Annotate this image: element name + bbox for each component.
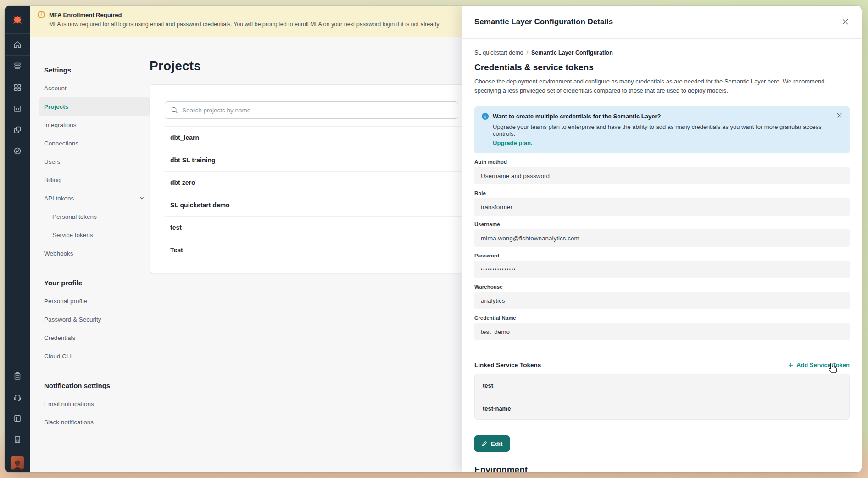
sidebar-item-account[interactable]: Account [39, 79, 150, 97]
sidebar-item-webhooks[interactable]: Webhooks [39, 244, 150, 262]
auth-method-input[interactable]: Username and password [474, 167, 850, 184]
field-role: Role transformer [474, 190, 850, 216]
role-input[interactable]: transformer [474, 198, 850, 216]
project-search[interactable] [165, 101, 458, 119]
linked-tokens-title: Linked Service Tokens [474, 361, 541, 368]
project-list: dbt_learn dbt SL training dbt zero SL qu… [165, 126, 490, 261]
environment-title: Environment [474, 465, 850, 472]
chevron-down-icon [139, 195, 145, 201]
field-credential-name: Credential Name test_demo [474, 315, 850, 340]
pencil-icon [481, 441, 487, 447]
app-window: ! MFA Enrollment Required MFA is now req… [5, 6, 862, 472]
field-password: Password ••••••••••••••• [474, 253, 850, 278]
info-banner-body: Upgrade your teams plan to enterprise an… [493, 123, 841, 137]
profile-nav-heading: Your profile [39, 273, 150, 292]
sidebar-item-integrations[interactable]: Integrations [39, 116, 150, 134]
support-headset-icon[interactable] [5, 387, 30, 408]
panel-header: Semantic Layer Configuration Details [462, 6, 862, 39]
panel-body: SL quickstart demo/Semantic Layer Config… [462, 39, 862, 472]
page-title: Projects [150, 59, 517, 73]
sidebar-item-service-tokens[interactable]: Service tokens [39, 226, 150, 244]
deploy-icon[interactable] [5, 56, 30, 77]
info-banner-title: Want to create multiple credentials for … [493, 113, 661, 120]
info-close-icon[interactable] [836, 112, 842, 118]
warning-icon: ! [38, 11, 45, 18]
project-row[interactable]: dbt_learn [165, 126, 490, 149]
semantic-layer-panel: Semantic Layer Configuration Details SL … [462, 6, 862, 472]
sidebar-item-projects[interactable]: Projects [39, 97, 150, 116]
breadcrumb: SL quickstart demo/Semantic Layer Config… [474, 50, 850, 56]
clipboard-icon[interactable] [5, 366, 30, 387]
panel-title: Semantic Layer Configuration Details [474, 17, 613, 27]
dashboard-icon[interactable] [5, 77, 30, 98]
sidebar-item-personal-tokens[interactable]: Personal tokens [39, 207, 150, 226]
notification-nav-heading: Notification settings [39, 376, 150, 395]
password-input[interactable]: ••••••••••••••• [474, 261, 850, 278]
sidebar-item-connections[interactable]: Connections [39, 134, 150, 152]
sidebar-item-api-tokens[interactable]: API tokens [39, 189, 150, 207]
linked-tokens-header: Linked Service Tokens Add Service Token [474, 361, 850, 368]
project-row[interactable]: SL quickstart demo [165, 194, 490, 216]
projects-card: dbt_learn dbt SL training dbt zero SL qu… [150, 84, 517, 273]
field-auth-method: Auth method Username and password [474, 159, 850, 184]
workspace-icon[interactable] [5, 429, 30, 450]
sidebar-item-billing[interactable]: Billing [39, 171, 150, 189]
breadcrumb-project[interactable]: SL quickstart demo [474, 50, 523, 56]
ide-code-icon[interactable] [5, 98, 30, 119]
settings-nav-heading: Settings [39, 61, 150, 79]
sidebar-item-credentials[interactable]: Credentials [39, 328, 150, 347]
sidebar-item-cloud-cli[interactable]: Cloud CLI [39, 347, 150, 365]
project-row[interactable]: test [165, 216, 490, 239]
service-token-row[interactable]: test-name [475, 397, 849, 419]
section-description: Choose the deployment environment and co… [474, 77, 845, 95]
main-content: ! MFA Enrollment Required MFA is now req… [30, 6, 862, 472]
search-input[interactable] [182, 107, 452, 114]
user-avatar[interactable] [11, 456, 24, 470]
mfa-banner-title: MFA Enrollment Required [49, 11, 122, 18]
left-rail [5, 6, 30, 472]
settings-nav: Settings Account Projects Integrations C… [39, 61, 150, 431]
info-icon: i [482, 113, 489, 120]
credential-name-input[interactable]: test_demo [474, 323, 850, 340]
branch-copies-icon[interactable] [5, 119, 30, 140]
service-token-row[interactable]: test [475, 374, 849, 397]
project-row[interactable]: dbt zero [165, 171, 490, 194]
add-service-token-button[interactable]: Add Service Token [788, 361, 850, 368]
project-row[interactable]: dbt SL training [165, 149, 490, 171]
home-icon[interactable] [5, 34, 30, 55]
upgrade-info-banner: i Want to create multiple credentials fo… [474, 106, 850, 153]
projects-section: Projects dbt_learn dbt SL training dbt z… [150, 59, 517, 273]
dbt-logo-icon [11, 14, 23, 26]
sidebar-item-users[interactable]: Users [39, 152, 150, 171]
username-input[interactable]: mirna.wong@fishtownanalytics.com [474, 229, 850, 247]
plus-icon [788, 362, 794, 368]
sidebar-item-slack-notifications[interactable]: Slack notifications [39, 413, 150, 431]
avatar-portrait [11, 459, 23, 470]
breadcrumb-current: Semantic Layer Configuration [531, 50, 613, 56]
sidebar-item-personal-profile[interactable]: Personal profile [39, 292, 150, 310]
field-username: Username mirna.wong@fishtownanalytics.co… [474, 222, 850, 247]
search-icon [171, 106, 178, 114]
field-warehouse: Warehouse analytics [474, 284, 850, 309]
project-row[interactable]: Test [165, 239, 490, 261]
warehouse-input[interactable]: analytics [474, 292, 850, 309]
dbt-logo[interactable] [5, 6, 30, 34]
sidebar-item-email-notifications[interactable]: Email notifications [39, 395, 150, 413]
upgrade-plan-link[interactable]: Upgrade plan. [493, 139, 533, 146]
sidebar-item-password-security[interactable]: Password & Security [39, 310, 150, 328]
service-token-list: test test-name [474, 374, 850, 420]
docs-book-icon[interactable] [5, 408, 30, 429]
close-icon[interactable] [842, 18, 849, 25]
section-title: Credentials & service tokens [474, 62, 850, 72]
edit-button[interactable]: Edit [474, 435, 510, 452]
explore-compass-icon[interactable] [5, 140, 30, 161]
